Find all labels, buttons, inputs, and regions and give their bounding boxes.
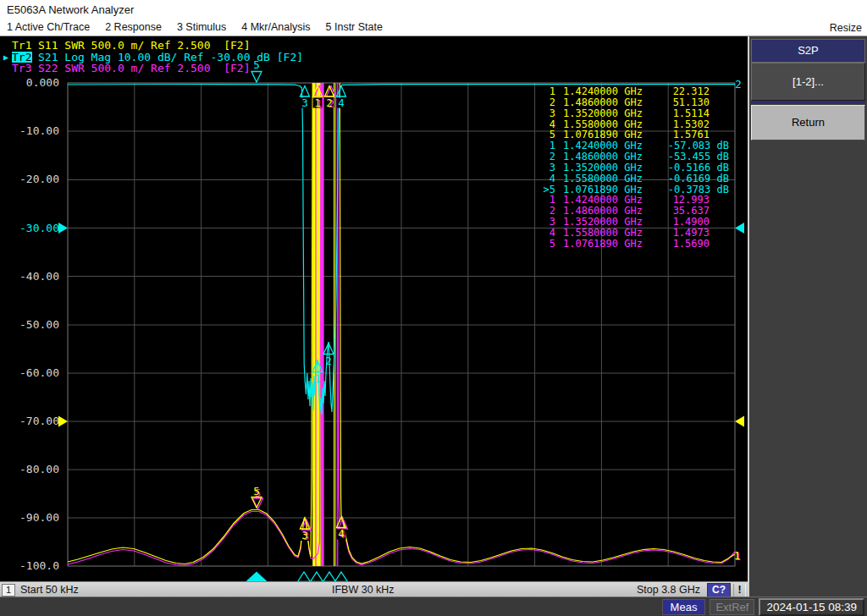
active-trace-arrow-slot bbox=[3, 63, 12, 74]
extref-status-badge: ExtRef bbox=[710, 599, 754, 615]
softkey-return-button[interactable]: Return bbox=[751, 105, 865, 140]
trace1-info[interactable]: Tr1 S11 SWR 500.0 m/ Ref 2.500 [F2] bbox=[3, 40, 303, 52]
warning-indicator: ! bbox=[733, 584, 746, 597]
y-axis-label: -100.0 bbox=[5, 560, 59, 572]
trace1-id: Tr1 bbox=[12, 40, 32, 52]
menu-stimulus[interactable]: 3 Stimulus bbox=[177, 21, 226, 33]
resize-button[interactable]: Resize bbox=[830, 22, 862, 34]
menu-mkr-analysis[interactable]: 4 Mkr/Analysis bbox=[241, 21, 310, 33]
trace-info-block: Tr1 S11 SWR 500.0 m/ Ref 2.500 [F2] ▶ Tr… bbox=[3, 40, 303, 74]
softkey-menu-title: S2P bbox=[751, 39, 865, 63]
app-window: E5063A Network Analyzer 1 Active Ch/Trac… bbox=[0, 0, 867, 616]
marker-table: 11.4240000 GHz22.312 21.4860000 GHz51.13… bbox=[542, 86, 729, 250]
marker-row-tr2: 41.5580000 GHz-0.6169 dB bbox=[542, 173, 729, 184]
trace3-info[interactable]: Tr3 S22 SWR 500.0 m/ Ref 2.500 [F2] bbox=[3, 63, 303, 74]
marker-row-tr2: 21.4860000 GHz-53.455 dB bbox=[542, 151, 729, 162]
menu-active-ch-trace[interactable]: 1 Active Ch/Trace bbox=[7, 21, 90, 33]
y-axis-label: -90.00 bbox=[5, 512, 59, 524]
status-bar: 1 Start 50 kHz IFBW 30 kHz Stop 3.8 GHz … bbox=[0, 581, 748, 597]
trace2-settings: S21 Log Mag 10.00 dB/ Ref -30.00 dB [F2] bbox=[38, 52, 303, 63]
softkey-separator bbox=[751, 101, 865, 104]
ifbw-label: IFBW 30 kHz bbox=[332, 584, 395, 596]
stop-frequency-label: Stop 3.8 GHz bbox=[637, 584, 700, 596]
marker-row-tr1: 21.4860000 GHz51.130 bbox=[542, 97, 710, 108]
window-title: E5063A Network Analyzer bbox=[7, 3, 134, 16]
marker-row-tr1: 11.4240000 GHz22.312 bbox=[542, 86, 710, 97]
y-axis-label-ref: -30.00 bbox=[5, 223, 59, 234]
trace3-id: Tr3 bbox=[12, 63, 32, 74]
datetime-display: 2024-01-15 08:39 bbox=[759, 598, 864, 616]
y-axis-label: -40.00 bbox=[5, 271, 59, 283]
y-axis-label: -10.00 bbox=[5, 125, 59, 137]
trace1-settings: S11 SWR 500.0 m/ Ref 2.500 [F2] bbox=[38, 40, 250, 52]
meas-status-badge: Meas bbox=[662, 599, 706, 615]
marker-row-tr3: 51.0761890 GHz1.5690 bbox=[542, 239, 710, 250]
softkey-sidebar: S2P [1-2]... Return bbox=[748, 36, 867, 597]
instrument-screen: 1 Start 50 kHz IFBW 30 kHz Stop 3.8 GHz … bbox=[0, 36, 867, 597]
trace2-id: Tr2 bbox=[12, 52, 32, 63]
y-axis-label: -50.00 bbox=[5, 319, 59, 331]
calibration-badge: C? bbox=[707, 583, 731, 597]
menu-instr-state[interactable]: 5 Instr State bbox=[326, 21, 383, 33]
menu-response[interactable]: 2 Response bbox=[105, 21, 162, 33]
y-axis-label: -70.00 bbox=[5, 415, 59, 427]
marker-row-tr3: 41.5580000 GHz1.4973 bbox=[542, 228, 710, 239]
trace2-info[interactable]: ▶ Tr2 S21 Log Mag 10.00 dB/ Ref -30.00 d… bbox=[3, 52, 303, 63]
footer-bar: Meas ExtRef 2024-01-15 08:39 bbox=[0, 597, 867, 616]
trace3-settings: S22 SWR 500.0 m/ Ref 2.500 [F2] bbox=[38, 63, 250, 74]
start-frequency-label: Start 50 kHz bbox=[20, 584, 79, 596]
active-trace-arrow: ▶ bbox=[3, 52, 12, 63]
marker-row-tr1: 31.3520000 GHz1.5114 bbox=[542, 108, 710, 119]
active-trace-arrow-slot bbox=[3, 40, 12, 52]
y-axis-label: -60.00 bbox=[5, 367, 59, 379]
menu-bar: 1 Active Ch/Trace 2 Response 3 Stimulus … bbox=[0, 19, 867, 36]
y-axis-label: -80.00 bbox=[5, 464, 59, 476]
y-axis-label: 0.000 bbox=[5, 77, 59, 89]
channel-indicator: 1 bbox=[2, 584, 15, 597]
title-bar: E5063A Network Analyzer bbox=[0, 0, 867, 19]
marker-row-tr2: 31.3520000 GHz-0.5166 dB bbox=[542, 162, 729, 173]
y-axis-label: -20.00 bbox=[5, 173, 59, 185]
softkey-ports-button[interactable]: [1-2]... bbox=[751, 63, 865, 101]
